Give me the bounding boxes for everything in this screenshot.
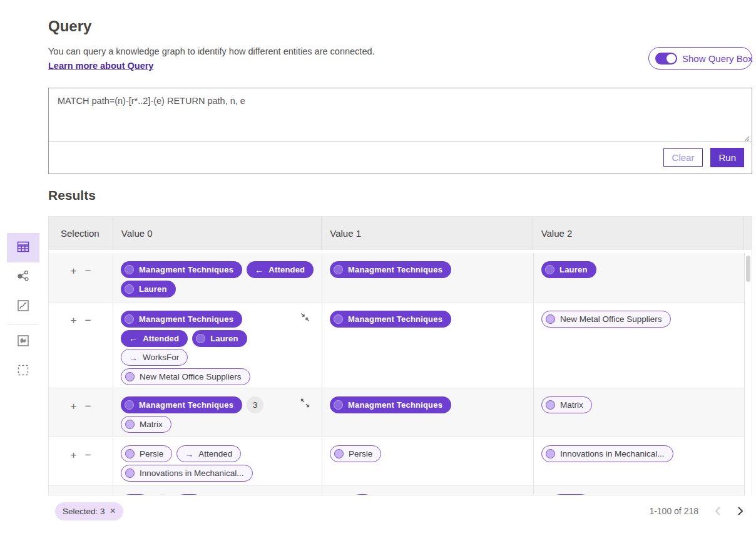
table-body: +−Managment Techniques←AttendedLaurenMan… [49, 253, 752, 495]
toggle-knob [667, 54, 676, 63]
add-selection-button[interactable]: + [71, 401, 77, 411]
view-tab-graph[interactable] [7, 262, 39, 292]
toggle-label: Show Query Box [682, 53, 753, 64]
value-cell: Lauren [534, 253, 745, 302]
pill-line: Managment Techniques [330, 261, 526, 278]
pill-line: Matrix [121, 416, 314, 433]
node-pill[interactable]: Managment Techniques [330, 311, 451, 328]
add-selection-button[interactable]: + [71, 450, 77, 460]
remove-selection-button[interactable]: − [85, 450, 91, 460]
collapse-cell-button[interactable] [300, 312, 310, 323]
pill-label: Managment Techniques [348, 265, 442, 274]
clipped-pill[interactable] [351, 494, 374, 495]
pill-label: New Metal Office Suppliers [560, 314, 662, 324]
clipped-pill[interactable] [551, 494, 590, 495]
expand-cell-button[interactable] [300, 398, 310, 408]
graph-view-icon [16, 269, 31, 286]
table-scrollbar[interactable] [744, 253, 752, 496]
pill-line: Managment Techniques3 [121, 396, 314, 413]
pill-label: Innovations in Mechanical... [140, 468, 244, 478]
show-query-box-toggle[interactable]: Show Query Box [648, 47, 752, 70]
node-pill[interactable]: Managment Techniques [121, 261, 242, 278]
scrollbar-thumb[interactable] [746, 256, 750, 282]
query-button-bar: Clear Run [49, 142, 752, 173]
node-circle-icon [545, 265, 554, 274]
node-pill[interactable]: Managment Techniques [121, 311, 242, 328]
view-tab-chart[interactable] [7, 292, 39, 321]
results-table: Selection Value 0 Value 1 Value 2 +−Mana… [48, 216, 752, 495]
clear-button[interactable]: Clear [663, 148, 703, 167]
node-pill[interactable]: Persie [330, 445, 381, 462]
node-circle-icon [125, 372, 135, 381]
pill-line: Innovations in Mechanical... [121, 465, 314, 482]
table-row: +−Persie→AttendedInnovations in Mechanic… [49, 437, 752, 485]
node-circle-icon [196, 334, 205, 343]
node-pill[interactable]: Innovations in Mechanical... [541, 445, 673, 462]
pill-label: New Metal Office Suppliers [140, 372, 242, 381]
node-pill[interactable]: Managment Techniques [330, 261, 451, 278]
clipped-pill[interactable] [175, 494, 203, 495]
node-circle-icon [334, 449, 344, 458]
add-selection-button[interactable]: + [71, 315, 77, 326]
node-pill[interactable]: Managment Techniques [121, 396, 242, 413]
edge-pill[interactable]: ←Attended [247, 261, 314, 278]
pill-line: Managment Techniques [121, 311, 314, 328]
collapse-icon [300, 315, 310, 324]
node-circle-icon [546, 400, 555, 410]
query-input[interactable]: MATCH path=(n)-[r*..2]-(e) RETURN path, … [49, 88, 752, 142]
pill-line: Innovations in Mechanical... [541, 445, 737, 462]
toggle-switch-icon[interactable] [655, 53, 677, 65]
header-scrollbar-stub [744, 217, 752, 250]
arrow-left-icon: ← [255, 266, 263, 274]
view-tab-table[interactable] [7, 233, 39, 262]
pill-line: New Metal Office Suppliers [121, 368, 314, 385]
node-pill[interactable]: Persie [121, 445, 172, 462]
node-pill[interactable]: Innovations in Mechanical... [121, 465, 253, 482]
learn-more-link[interactable]: Learn more about Query [48, 61, 153, 71]
prev-page-button[interactable] [715, 506, 721, 516]
node-pill[interactable]: New Metal Office Suppliers [121, 368, 250, 385]
value-cell: Managment Techniques←AttendedLauren [113, 253, 322, 302]
next-page-button[interactable] [737, 506, 743, 516]
value-cell: Persie [322, 437, 534, 485]
remove-selection-button[interactable]: − [85, 266, 91, 276]
chip-close-icon[interactable]: × [110, 506, 116, 516]
query-panel: MATCH path=(n)-[r*..2]-(e) RETURN path, … [48, 88, 752, 174]
view-tab-map[interactable] [7, 327, 39, 356]
node-circle-icon [125, 420, 135, 429]
table-row [49, 485, 752, 495]
node-circle-icon [125, 400, 134, 410]
node-pill[interactable]: Lauren [192, 330, 247, 347]
count-badge [154, 494, 171, 495]
node-pill[interactable]: Lauren [121, 281, 176, 298]
edge-pill[interactable]: →Attended [176, 445, 241, 462]
node-pill[interactable]: New Metal Office Suppliers [541, 311, 671, 328]
selection-cell: +− [49, 253, 113, 302]
remove-selection-button[interactable]: − [85, 401, 91, 411]
node-pill[interactable]: Managment Techniques [330, 396, 451, 413]
edge-pill[interactable]: ←Attended [121, 330, 188, 347]
node-circle-icon [334, 400, 343, 410]
pill-label: Matrix [140, 420, 163, 429]
edge-pill[interactable]: →WorksFor [121, 349, 188, 366]
pill-line [121, 494, 314, 495]
node-pill[interactable]: Matrix [541, 396, 592, 413]
value-cell: Managment Techniques [322, 253, 534, 302]
run-button[interactable]: Run [710, 148, 744, 167]
pill-label: Lauren [559, 265, 588, 274]
add-selection-button[interactable]: + [71, 266, 77, 276]
remove-selection-button[interactable]: − [85, 315, 91, 326]
clipped-pill[interactable] [121, 494, 150, 495]
pill-line: Lauren [121, 281, 314, 298]
count-badge: 3 [247, 396, 263, 413]
node-pill[interactable]: Lauren [541, 261, 596, 278]
selected-chip[interactable]: Selected: 3 × [55, 502, 123, 520]
node-pill[interactable]: Matrix [121, 416, 171, 433]
pill-line [330, 494, 526, 495]
view-tab-select[interactable] [7, 356, 39, 386]
selection-cell: +− [49, 388, 113, 437]
expand-icon [300, 401, 310, 410]
value-cell: Managment Techniques [322, 303, 534, 388]
resize-grip-icon[interactable] [742, 133, 750, 140]
node-circle-icon [334, 314, 343, 324]
